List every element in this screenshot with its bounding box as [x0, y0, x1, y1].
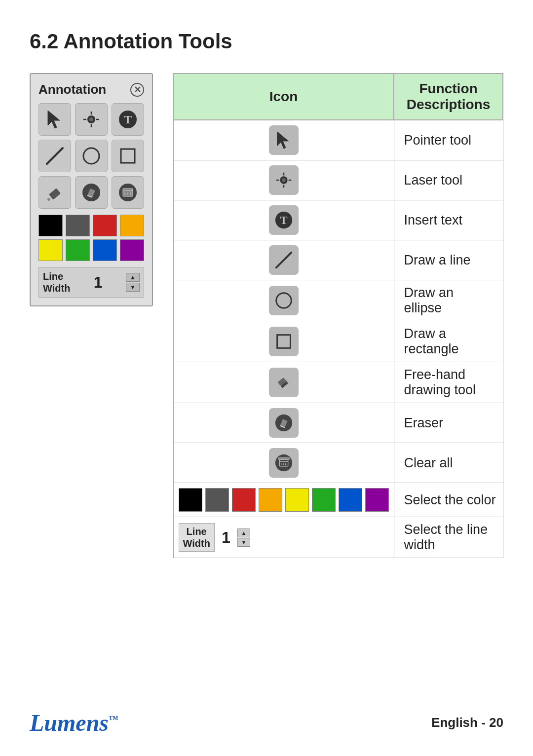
- table-desc-linewidth: Select the line width: [394, 517, 503, 558]
- svg-point-13: [47, 198, 50, 201]
- svg-point-31: [276, 293, 291, 308]
- table-lw-down[interactable]: ▼: [237, 538, 250, 547]
- table-color-gray[interactable]: [205, 488, 229, 512]
- table-lw-spinner: ▲ ▼: [237, 529, 250, 547]
- table-desc-pointer: Pointer tool: [394, 120, 503, 160]
- table-lw-label: LineWidth: [179, 523, 215, 552]
- svg-rect-42: [278, 458, 289, 460]
- table-desc-eraser: Eraser: [394, 403, 503, 443]
- pointer-tool-button[interactable]: [38, 103, 71, 136]
- lumens-logo: Lumens™: [30, 709, 118, 736]
- table-row: Draw a line: [173, 240, 503, 280]
- table-row: Eraser: [173, 403, 503, 443]
- table-row: Pointer tool: [173, 120, 503, 160]
- table-row: Free-hand drawing tool: [173, 362, 503, 403]
- table-color-red[interactable]: [232, 488, 256, 512]
- line-width-spinner: ▲ ▼: [126, 273, 140, 292]
- table-color-swatches: [179, 488, 389, 512]
- function-table: Icon Function Descriptions Pointer tool: [173, 73, 503, 558]
- table-color-black[interactable]: [179, 488, 202, 512]
- table-line-width-control: LineWidth 1 ▲ ▼: [179, 523, 389, 552]
- eraser-icon: [269, 408, 299, 438]
- pointer-icon: [269, 125, 299, 155]
- color-selector-panel: [38, 215, 144, 261]
- footer: Lumens™ English - 20: [30, 709, 503, 736]
- eraser-tool-button[interactable]: [75, 176, 108, 209]
- insert-text-button[interactable]: T: [112, 103, 144, 136]
- draw-line-button[interactable]: [38, 140, 71, 172]
- line-width-up[interactable]: ▲: [126, 273, 140, 282]
- color-blue[interactable]: [93, 239, 117, 261]
- color-orange[interactable]: [120, 215, 144, 236]
- table-desc-rect: Draw a rectangle: [394, 321, 503, 362]
- table-color-orange[interactable]: [259, 488, 282, 512]
- line-width-down[interactable]: ▼: [126, 283, 140, 292]
- table-color-yellow[interactable]: [285, 488, 309, 512]
- table-desc-laser: Laser tool: [394, 160, 503, 200]
- svg-rect-32: [277, 335, 290, 348]
- table-row-linewidth: LineWidth 1 ▲ ▼ Select the line width: [173, 517, 503, 558]
- laser-tool-button[interactable]: [75, 103, 108, 136]
- color-red[interactable]: [93, 215, 117, 236]
- table-desc-ellipse: Draw an ellipse: [394, 280, 503, 321]
- table-icon-cell-text: T: [173, 200, 394, 240]
- table-row: T Insert text: [173, 200, 503, 240]
- svg-point-2: [89, 117, 93, 121]
- table-icon-cell-laser: [173, 160, 394, 200]
- table-header-desc: Function Descriptions: [394, 74, 503, 120]
- table-color-blue[interactable]: [339, 488, 362, 512]
- svg-point-36: [275, 454, 292, 471]
- color-yellow[interactable]: [38, 239, 63, 261]
- color-green[interactable]: [66, 239, 90, 261]
- table-icon-cell-freehand: [173, 362, 394, 403]
- annotation-icon-grid: T: [38, 103, 144, 209]
- clear-icon: [269, 448, 299, 478]
- table-row-color: Select the color: [173, 483, 503, 517]
- text-icon: T: [269, 205, 299, 235]
- close-icon[interactable]: ✕: [130, 83, 144, 97]
- clear-all-button[interactable]: [112, 176, 144, 209]
- svg-text:T: T: [124, 113, 132, 126]
- table-color-purple[interactable]: [365, 488, 389, 512]
- laser-icon: [269, 165, 299, 195]
- ellipse-icon: [269, 286, 299, 315]
- line-width-label: LineWidth: [43, 270, 70, 294]
- table-color-swatches-cell: [173, 483, 394, 517]
- color-darkgray[interactable]: [66, 215, 90, 236]
- svg-line-9: [47, 148, 63, 164]
- table-icon-cell-rect: [173, 321, 394, 362]
- page-info: English - 20: [431, 715, 503, 730]
- line-icon: [269, 245, 299, 275]
- annotation-header-label: Annotation: [38, 82, 106, 97]
- freehand-tool-button[interactable]: [38, 176, 71, 209]
- table-desc-line: Draw a line: [394, 240, 503, 280]
- draw-ellipse-button[interactable]: [75, 140, 108, 172]
- section-title: 6.2 Annotation Tools: [30, 30, 503, 53]
- table-row: Laser tool: [173, 160, 503, 200]
- table-desc-freehand: Free-hand drawing tool: [394, 362, 503, 403]
- draw-rectangle-button[interactable]: [112, 140, 144, 172]
- annotation-panel: Annotation ✕: [30, 73, 153, 306]
- svg-line-30: [276, 253, 291, 268]
- table-row: Draw an ellipse: [173, 280, 503, 321]
- table-icon-cell-line: [173, 240, 394, 280]
- table-row: Draw a rectangle: [173, 321, 503, 362]
- annotation-panel-header: Annotation ✕: [38, 82, 144, 97]
- table-linewidth-cell: LineWidth 1 ▲ ▼: [173, 517, 394, 558]
- table-color-green[interactable]: [312, 488, 336, 512]
- table-lw-up[interactable]: ▲: [237, 529, 250, 537]
- table-icon-cell-pointer: [173, 120, 394, 160]
- table-desc-clear: Clear all: [394, 443, 503, 483]
- svg-point-23: [282, 178, 286, 182]
- svg-point-10: [83, 148, 99, 164]
- table-header-icon: Icon: [173, 74, 394, 120]
- svg-rect-12: [49, 188, 61, 200]
- line-width-value: 1: [74, 273, 122, 292]
- color-black[interactable]: [38, 215, 63, 236]
- table-icon-cell-ellipse: [173, 280, 394, 321]
- table-icon-cell-clear: [173, 443, 394, 483]
- table-row: Clear all: [173, 443, 503, 483]
- table-desc-color: Select the color: [394, 483, 503, 517]
- color-purple[interactable]: [120, 239, 144, 261]
- rectangle-icon: [269, 327, 299, 356]
